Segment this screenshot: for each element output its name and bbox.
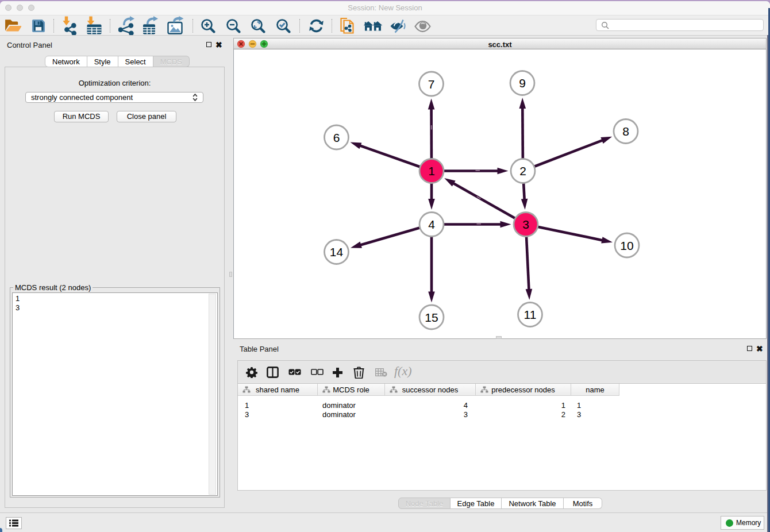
svg-text:8: 8 xyxy=(622,125,629,138)
svg-text:3: 3 xyxy=(522,218,529,231)
svg-text:9: 9 xyxy=(519,76,526,90)
svg-text:1: 1 xyxy=(428,164,435,178)
svg-text:14: 14 xyxy=(330,245,344,259)
svg-text:7: 7 xyxy=(428,78,435,91)
svg-text:6: 6 xyxy=(333,131,340,144)
svg-text:15: 15 xyxy=(425,311,438,324)
svg-text:10: 10 xyxy=(620,239,633,252)
svg-text:4: 4 xyxy=(428,218,435,231)
svg-text:11: 11 xyxy=(524,308,537,321)
svg-text:2: 2 xyxy=(519,164,526,178)
